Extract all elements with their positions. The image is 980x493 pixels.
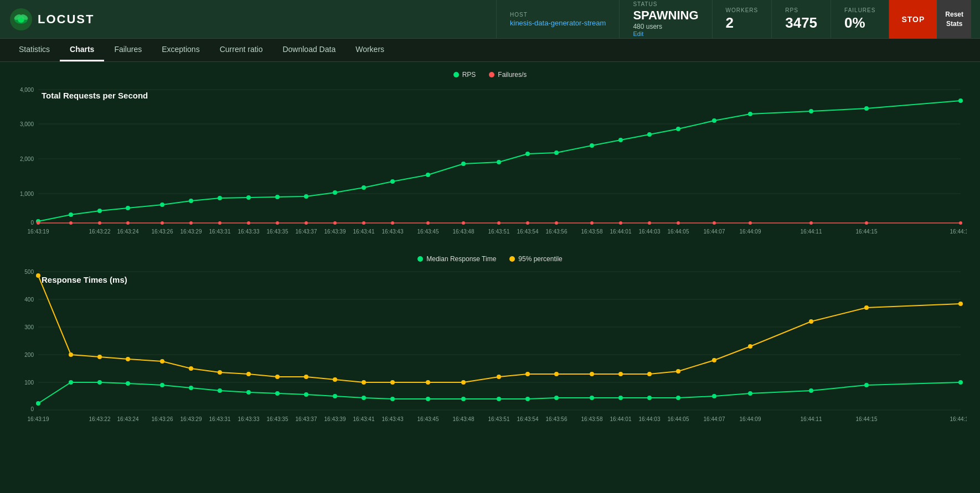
svg-text:16:43:54: 16:43:54 <box>517 416 539 422</box>
svg-text:4,000: 4,000 <box>20 87 34 93</box>
svg-point-129 <box>647 372 652 376</box>
svg-point-161 <box>864 383 869 387</box>
svg-point-30 <box>461 162 466 166</box>
svg-text:16:44:09: 16:44:09 <box>740 229 761 235</box>
svg-point-135 <box>958 302 963 306</box>
host-label: HOST <box>510 12 606 18</box>
nav-item-failures[interactable]: Failures <box>104 38 152 61</box>
svg-point-60 <box>555 221 558 225</box>
svg-point-57 <box>462 221 465 225</box>
svg-point-39 <box>748 112 752 116</box>
svg-point-17 <box>69 212 73 217</box>
svg-point-61 <box>590 221 594 225</box>
svg-text:16:43:54: 16:43:54 <box>517 229 539 235</box>
svg-point-146 <box>333 394 337 398</box>
svg-text:16:44:01: 16:44:01 <box>610 416 632 422</box>
svg-point-124 <box>497 375 501 379</box>
svg-text:100: 100 <box>24 380 34 386</box>
nav-item-current-ratio[interactable]: Current ratio <box>210 38 273 61</box>
nav-item-statistics[interactable]: Statistics <box>9 38 60 61</box>
percentile-legend-label: 95% percentile <box>518 255 562 263</box>
svg-point-68 <box>865 221 868 225</box>
logo-text: LOCUST <box>38 12 94 27</box>
svg-point-145 <box>304 392 308 397</box>
failures-dot <box>489 72 494 77</box>
nav-item-exceptions[interactable]: Exceptions <box>152 38 209 61</box>
svg-text:0: 0 <box>30 220 34 226</box>
svg-point-31 <box>497 160 501 164</box>
failures-label: FAILURES <box>844 7 875 13</box>
svg-text:16:43:35: 16:43:35 <box>267 229 288 235</box>
svg-point-59 <box>526 221 529 225</box>
svg-text:16:43:43: 16:43:43 <box>382 229 404 235</box>
svg-point-43 <box>37 221 40 225</box>
status-value: SPAWNING <box>633 8 698 23</box>
svg-point-113 <box>160 359 164 364</box>
svg-point-66 <box>749 221 752 225</box>
svg-point-141 <box>189 386 193 390</box>
svg-point-133 <box>809 319 813 324</box>
svg-point-33 <box>554 151 559 155</box>
svg-point-62 <box>619 221 622 225</box>
svg-point-25 <box>304 194 308 199</box>
svg-text:16:43:26: 16:43:26 <box>152 416 173 422</box>
svg-point-131 <box>712 358 716 362</box>
svg-text:16:44:18: 16:44:18 <box>950 229 967 235</box>
svg-text:16:43:51: 16:43:51 <box>488 229 510 235</box>
host-value[interactable]: kinesis-data-generator-stream <box>510 19 606 27</box>
svg-point-27 <box>362 185 366 190</box>
status-sub: 480 users <box>633 23 698 30</box>
failures-value: 0% <box>844 14 875 32</box>
svg-point-148 <box>390 397 395 401</box>
svg-text:16:44:07: 16:44:07 <box>704 416 725 422</box>
svg-text:Response Times (ms): Response Times (ms) <box>42 275 127 284</box>
nav-item-charts[interactable]: Charts <box>60 38 104 61</box>
median-dot <box>417 256 423 262</box>
svg-text:16:43:31: 16:43:31 <box>209 416 231 422</box>
svg-point-143 <box>246 390 251 395</box>
median-legend-label: Median Response Time <box>426 255 496 263</box>
svg-point-21 <box>189 199 193 203</box>
nav-item-workers[interactable]: Workers <box>345 38 394 61</box>
header-stats: HOST kinesis-data-generator-stream STATU… <box>496 0 971 39</box>
svg-point-127 <box>590 372 594 376</box>
edit-link[interactable]: Edit <box>633 30 698 37</box>
nav-item-download-data[interactable]: Download Data <box>272 38 345 61</box>
svg-point-116 <box>246 372 251 376</box>
svg-text:16:43:24: 16:43:24 <box>117 229 139 235</box>
svg-point-156 <box>647 396 652 400</box>
svg-text:400: 400 <box>24 297 34 303</box>
svg-point-64 <box>677 221 680 225</box>
logo-area: LOCUST <box>9 7 94 32</box>
svg-point-128 <box>618 372 623 376</box>
svg-text:16:43:19: 16:43:19 <box>28 229 49 235</box>
svg-text:16:43:33: 16:43:33 <box>238 229 260 235</box>
svg-point-52 <box>305 221 308 225</box>
svg-text:16:44:01: 16:44:01 <box>610 229 632 235</box>
svg-point-162 <box>958 380 963 385</box>
svg-point-142 <box>218 388 222 393</box>
svg-point-122 <box>426 380 430 385</box>
percentile-dot <box>509 256 515 262</box>
svg-text:16:43:51: 16:43:51 <box>488 416 510 422</box>
workers-value: 2 <box>726 14 759 32</box>
svg-point-114 <box>189 366 193 371</box>
stop-button[interactable]: STOP <box>889 0 937 39</box>
svg-text:16:43:43: 16:43:43 <box>382 416 404 422</box>
svg-text:3,000: 3,000 <box>20 121 34 127</box>
svg-point-42 <box>958 98 963 103</box>
svg-point-29 <box>426 173 430 177</box>
svg-point-53 <box>333 221 337 225</box>
svg-text:16:43:33: 16:43:33 <box>238 416 260 422</box>
rps-legend-rps: RPS <box>453 71 476 79</box>
reset-stats-button[interactable]: ResetStats <box>937 0 971 39</box>
svg-text:2,000: 2,000 <box>20 156 34 162</box>
svg-point-54 <box>362 221 365 225</box>
svg-point-67 <box>809 221 813 225</box>
svg-text:16:43:39: 16:43:39 <box>324 229 346 235</box>
workers-block: WORKERS 2 <box>712 0 772 39</box>
svg-text:16:43:22: 16:43:22 <box>89 416 111 422</box>
median-legend-item: Median Response Time <box>417 255 496 263</box>
svg-text:200: 200 <box>24 352 34 358</box>
svg-point-139 <box>126 381 130 386</box>
